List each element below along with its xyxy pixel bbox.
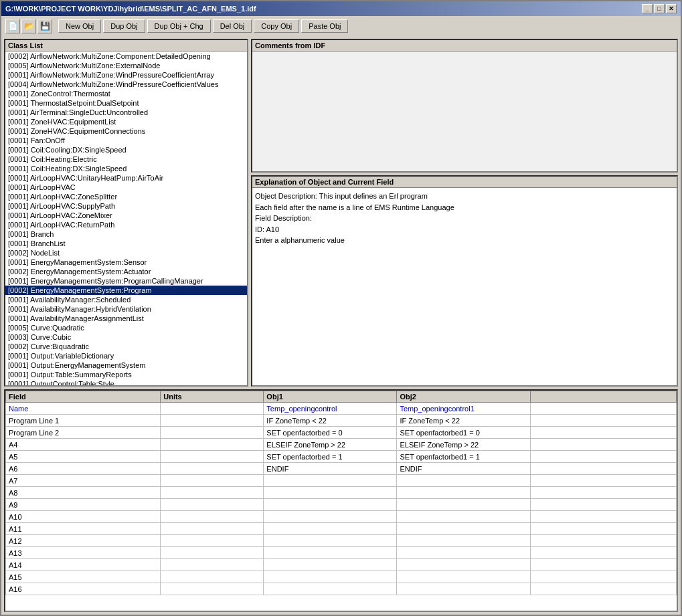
table-cell[interactable]: [264, 475, 397, 487]
class-list-item[interactable]: [0002] AirflowNetwork:MultiZone:Componen…: [5, 52, 247, 61]
class-list-item[interactable]: [0001] AvailabilityManager:Scheduled: [5, 295, 247, 304]
dup-obj-chg-button[interactable]: Dup Obj + Chg: [147, 19, 211, 33]
table-cell[interactable]: A11: [6, 523, 161, 535]
class-list-item[interactable]: [0001] ThermostatSetpoint:DualSetpoint: [5, 98, 247, 108]
class-list-item[interactable]: [0001] AirLoopHVAC: [5, 183, 247, 192]
table-cell[interactable]: [161, 583, 264, 595]
class-list-item[interactable]: [0001] AirLoopHVAC:SupplyPath: [5, 201, 247, 211]
table-cell[interactable]: [397, 547, 530, 559]
class-list-item[interactable]: [0001] Output:Table:SummaryReports: [5, 370, 247, 379]
class-list-scroll[interactable]: [0002] AirflowNetwork:MultiZone:Componen…: [5, 52, 247, 385]
class-list-item[interactable]: [0001] AvailabilityManager:HybridVentila…: [5, 304, 247, 314]
table-cell[interactable]: A7: [6, 475, 161, 487]
table-cell[interactable]: Temp_openingcontrol1: [397, 403, 530, 415]
table-cell[interactable]: A6: [6, 463, 161, 475]
table-cell[interactable]: [397, 475, 530, 487]
class-list-item[interactable]: [0002] EnergyManagementSystem:Program: [5, 286, 247, 295]
class-list-item[interactable]: [0001] AirLoopHVAC:ZoneMixer: [5, 211, 247, 220]
table-cell[interactable]: SET openfactorbed1 = 1: [397, 451, 530, 463]
table-cell[interactable]: [530, 487, 676, 499]
class-list-item[interactable]: [0001] Output:EnergyManagementSystem: [5, 361, 247, 370]
table-cell[interactable]: SET openfactorbed1 = 0: [397, 427, 530, 439]
table-cell[interactable]: [264, 535, 397, 547]
table-cell[interactable]: [397, 583, 530, 595]
table-cell[interactable]: [530, 451, 676, 463]
table-cell[interactable]: IF ZoneTemp < 22: [397, 415, 530, 427]
class-list-item[interactable]: [0001] AirLoopHVAC:UnitaryHeatPump:AirTo…: [5, 173, 247, 183]
class-list-item[interactable]: [0001] ZoneHVAC:EquipmentList: [5, 117, 247, 126]
class-list-item[interactable]: [0001] AirLoopHVAC:ReturnPath: [5, 220, 247, 229]
class-list-item[interactable]: [0001] ZoneHVAC:EquipmentConnections: [5, 126, 247, 136]
class-list-item[interactable]: [0001] Coil:Heating:Electric: [5, 155, 247, 164]
table-cell[interactable]: [161, 427, 264, 439]
table-cell[interactable]: ENDIF: [397, 463, 530, 475]
table-cell[interactable]: [161, 571, 264, 583]
table-cell[interactable]: [530, 415, 676, 427]
class-list-item[interactable]: [0002] Curve:Biquadratic: [5, 342, 247, 351]
class-list-item[interactable]: [0001] Coil:Heating:DX:SingleSpeed: [5, 164, 247, 173]
table-cell[interactable]: [530, 571, 676, 583]
table-cell[interactable]: SET openfactorbed = 1: [264, 451, 397, 463]
table-cell[interactable]: [530, 535, 676, 547]
table-cell[interactable]: [530, 475, 676, 487]
maximize-button[interactable]: □: [654, 4, 665, 13]
table-cell[interactable]: [530, 547, 676, 559]
table-cell[interactable]: A10: [6, 511, 161, 523]
table-cell[interactable]: A8: [6, 487, 161, 499]
table-cell[interactable]: [161, 463, 264, 475]
class-list-item[interactable]: [0001] Fan:OnOff: [5, 136, 247, 145]
table-scroll[interactable]: Field Units Obj1 Obj2 NameTemp_openingco…: [5, 391, 677, 611]
class-list-item[interactable]: [0001] EnergyManagementSystem:Sensor: [5, 258, 247, 267]
new-file-icon-button[interactable]: 📄: [5, 19, 20, 33]
table-cell[interactable]: [397, 523, 530, 535]
class-list-item[interactable]: [0001] OutputControl:Table:Style: [5, 379, 247, 385]
table-cell[interactable]: [530, 511, 676, 523]
table-cell[interactable]: [161, 439, 264, 451]
table-cell[interactable]: A14: [6, 559, 161, 571]
table-cell[interactable]: [264, 487, 397, 499]
class-list-item[interactable]: [0002] NodeList: [5, 248, 247, 258]
table-cell[interactable]: [161, 451, 264, 463]
table-cell[interactable]: [397, 487, 530, 499]
table-cell[interactable]: [530, 463, 676, 475]
table-cell[interactable]: A16: [6, 583, 161, 595]
table-cell[interactable]: [161, 499, 264, 511]
table-cell[interactable]: ELSEIF ZoneTemp > 22: [397, 439, 530, 451]
del-obj-button[interactable]: Del Obj: [213, 19, 252, 33]
table-cell[interactable]: [530, 403, 676, 415]
table-cell[interactable]: [397, 499, 530, 511]
table-cell[interactable]: [264, 571, 397, 583]
table-cell[interactable]: [530, 427, 676, 439]
comments-scroll[interactable]: [252, 52, 677, 171]
table-cell[interactable]: [264, 511, 397, 523]
minimize-button[interactable]: _: [642, 4, 653, 13]
table-cell[interactable]: [161, 403, 264, 415]
class-list-item[interactable]: [0002] EnergyManagementSystem:Actuator: [5, 267, 247, 276]
explanation-scroll[interactable]: Object Description: This input defines a…: [252, 188, 677, 385]
paste-obj-button[interactable]: Paste Obj: [301, 19, 348, 33]
table-cell[interactable]: [530, 583, 676, 595]
table-cell[interactable]: [264, 559, 397, 571]
table-cell[interactable]: [161, 523, 264, 535]
table-cell[interactable]: [161, 535, 264, 547]
table-cell[interactable]: A13: [6, 547, 161, 559]
table-cell[interactable]: SET openfactorbed = 0: [264, 427, 397, 439]
table-cell[interactable]: Program Line 1: [6, 415, 161, 427]
save-file-icon-button[interactable]: 💾: [37, 19, 52, 33]
class-list-item[interactable]: [0001] AirTerminal:SingleDuct:Uncontroll…: [5, 108, 247, 117]
table-cell[interactable]: A5: [6, 451, 161, 463]
table-cell[interactable]: ELSEIF ZoneTemp > 22: [264, 439, 397, 451]
table-cell[interactable]: [397, 571, 530, 583]
table-cell[interactable]: A9: [6, 499, 161, 511]
table-cell[interactable]: [397, 511, 530, 523]
copy-obj-button[interactable]: Copy Obj: [254, 19, 299, 33]
table-cell[interactable]: ENDIF: [264, 463, 397, 475]
table-cell[interactable]: [161, 487, 264, 499]
table-cell[interactable]: [397, 559, 530, 571]
close-button[interactable]: ✕: [666, 4, 677, 13]
table-cell[interactable]: [530, 439, 676, 451]
table-cell[interactable]: [161, 475, 264, 487]
dup-obj-button[interactable]: Dup Obj: [103, 19, 145, 33]
open-file-icon-button[interactable]: 📂: [21, 19, 36, 33]
class-list-item[interactable]: [0001] Coil:Cooling:DX:SingleSpeed: [5, 145, 247, 155]
